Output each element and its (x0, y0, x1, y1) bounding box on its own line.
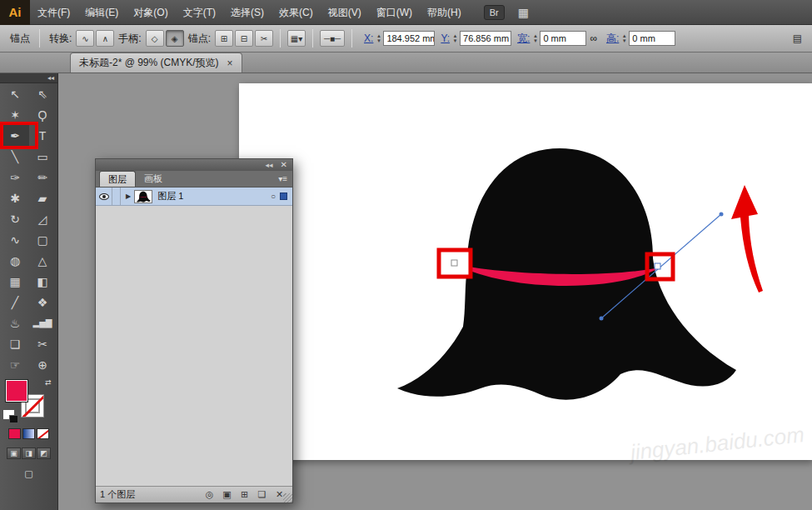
locate-object-button[interactable]: ◎ (201, 489, 218, 500)
x-input[interactable]: 184.952 mm (383, 31, 435, 46)
draw-normal-button[interactable]: ▣ (7, 448, 21, 459)
new-sublayer-button[interactable]: ⊞ (236, 489, 253, 500)
menu-select[interactable]: 选择(S) (223, 0, 271, 25)
show-handles-button[interactable]: ◈ (166, 30, 184, 47)
y-input[interactable]: 76.856 mm (460, 31, 511, 46)
column-graph-tool[interactable]: ▂▅▇ (29, 312, 57, 333)
screen-mode-button[interactable]: ▢ (20, 468, 38, 480)
panel-close-icon[interactable]: ✕ (281, 159, 287, 171)
width-tool[interactable]: ∿ (2, 229, 29, 250)
panel-resize-grip[interactable] (283, 493, 292, 502)
bridge-button[interactable]: Br (484, 5, 505, 20)
eyedropper-tool[interactable]: ╱ (2, 292, 29, 312)
stepper-down-icon[interactable]: ▼ (375, 38, 382, 43)
pencil-tool[interactable]: ✏ (29, 167, 57, 188)
remove-anchor-button[interactable]: ⊟ (235, 30, 253, 47)
free-transform-tool[interactable]: ▢ (29, 229, 57, 250)
tab-artboards[interactable]: 画板 (136, 171, 171, 187)
menu-edit[interactable]: 编辑(E) (77, 0, 126, 25)
none-button[interactable] (37, 428, 49, 439)
add-anchor-button[interactable]: ⊞ (215, 30, 233, 47)
convert-smooth-button[interactable]: ∿ (76, 30, 94, 47)
cut-path-button[interactable]: ✂ (255, 30, 273, 47)
target-circle-icon[interactable]: ○ (271, 192, 276, 201)
fill-swatch[interactable] (5, 379, 28, 402)
default-fill-stroke-icon[interactable] (2, 409, 15, 420)
selection-indicator[interactable] (280, 192, 287, 200)
hand-tool[interactable]: ☞ (2, 354, 29, 375)
stepper-down-icon[interactable]: ▼ (531, 38, 539, 43)
rotate-tool[interactable]: ↻ (2, 208, 29, 229)
lock-column[interactable] (112, 188, 121, 205)
menu-type[interactable]: 文字(T) (176, 0, 223, 25)
draw-behind-button[interactable]: ◨ (22, 448, 36, 459)
gradient-button[interactable] (22, 428, 35, 439)
zoom-tool-icon: ⊕ (37, 359, 47, 371)
gradient-tool[interactable]: ◧ (29, 271, 57, 292)
tab-layers[interactable]: 图层 (99, 171, 136, 187)
menu-window[interactable]: 窗口(W) (369, 0, 420, 25)
artboard-tool[interactable]: ❏ (2, 333, 29, 354)
perspective-grid-tool-icon: △ (38, 255, 47, 267)
width-stepper[interactable]: ▲▼ (531, 33, 539, 43)
width-label[interactable]: 宽: (517, 32, 530, 46)
mesh-tool[interactable]: ▦ (2, 271, 29, 292)
y-label[interactable]: Y: (441, 32, 450, 44)
height-input[interactable]: 0 mm (629, 31, 675, 46)
symbol-sprayer-tool[interactable]: ♨ (2, 312, 29, 333)
panel-collapse-icon[interactable]: ◂◂ (266, 159, 273, 171)
column-graph-tool-icon: ▂▅▇ (32, 319, 52, 328)
menu-effect[interactable]: 效果(C) (271, 0, 321, 25)
spacing-button[interactable]: ─■─ (320, 30, 345, 47)
draw-inside-icon: ◩ (40, 449, 47, 458)
document-tab[interactable]: 未标题-2* @ 99% (CMYK/预览) × (70, 52, 242, 72)
color-button[interactable] (8, 428, 21, 439)
height-label[interactable]: 高: (606, 32, 619, 46)
zoom-tool[interactable]: ⊕ (29, 354, 57, 375)
handles-label: 手柄: (118, 32, 141, 46)
draw-inside-button[interactable]: ◩ (37, 448, 51, 459)
selection-tool[interactable]: ↖ (2, 83, 29, 104)
align-options-button[interactable]: ▦▾ (287, 30, 306, 47)
new-layer-button[interactable]: ❏ (253, 489, 271, 500)
layer-row[interactable]: ▶ 图层 1 ○ (96, 188, 292, 206)
slice-tool[interactable]: ✂ (29, 333, 57, 354)
control-options-icon[interactable]: ▤ (793, 32, 802, 44)
eraser-tool[interactable]: ▰ (29, 188, 57, 208)
menu-file[interactable]: 文件(F) (30, 0, 77, 25)
swap-fill-stroke-icon[interactable]: ⇄ (45, 378, 52, 387)
height-stepper[interactable]: ▲▼ (620, 33, 628, 43)
hide-handles-button[interactable]: ◇ (146, 30, 164, 47)
toolbar-collapse-icon[interactable]: ◂◂ (0, 73, 57, 83)
shape-builder-tool[interactable]: ◍ (2, 250, 29, 271)
direct-selection-tool[interactable]: ⇖ (29, 83, 57, 104)
x-label[interactable]: X: (364, 32, 373, 44)
width-input[interactable]: 0 mm (540, 31, 586, 46)
menu-object[interactable]: 对象(O) (126, 0, 175, 25)
blend-tool[interactable]: ❖ (29, 292, 57, 312)
stepper-down-icon[interactable]: ▼ (451, 38, 459, 43)
perspective-grid-tool[interactable]: △ (29, 250, 57, 271)
artboard[interactable] (239, 83, 812, 460)
convert-corner-button[interactable]: ∧ (96, 30, 114, 47)
expand-triangle-icon[interactable]: ▶ (126, 192, 131, 200)
layers-panel-titlebar[interactable]: ◂◂ ✕ (96, 159, 292, 171)
x-stepper[interactable]: ▲▼ (375, 33, 382, 43)
menu-help[interactable]: 帮助(H) (420, 0, 469, 25)
magic-wand-tool-icon: ✶ (10, 109, 20, 121)
y-stepper[interactable]: ▲▼ (451, 33, 459, 43)
constrain-proportions-icon[interactable]: ∞ (590, 32, 597, 44)
menu-view[interactable]: 视图(V) (321, 0, 369, 25)
paintbrush-tool[interactable]: ✑ (2, 167, 29, 188)
visibility-toggle[interactable] (96, 188, 112, 205)
scale-tool[interactable]: ◿ (29, 208, 57, 229)
workspace-switcher-icon[interactable]: ▦ (518, 6, 529, 19)
direct-selection-tool-icon: ⇖ (37, 88, 47, 100)
document-title: 未标题-2* @ 99% (CMYK/预览) (79, 56, 219, 70)
document-tab-bar: 未标题-2* @ 99% (CMYK/预览) × (0, 52, 812, 73)
close-document-icon[interactable]: × (227, 58, 233, 69)
blob-brush-tool[interactable]: ✱ (2, 188, 29, 208)
make-clip-mask-button[interactable]: ▣ (218, 489, 236, 500)
stepper-down-icon[interactable]: ▼ (620, 38, 628, 43)
panel-menu-icon[interactable]: ▾≡ (278, 174, 287, 183)
